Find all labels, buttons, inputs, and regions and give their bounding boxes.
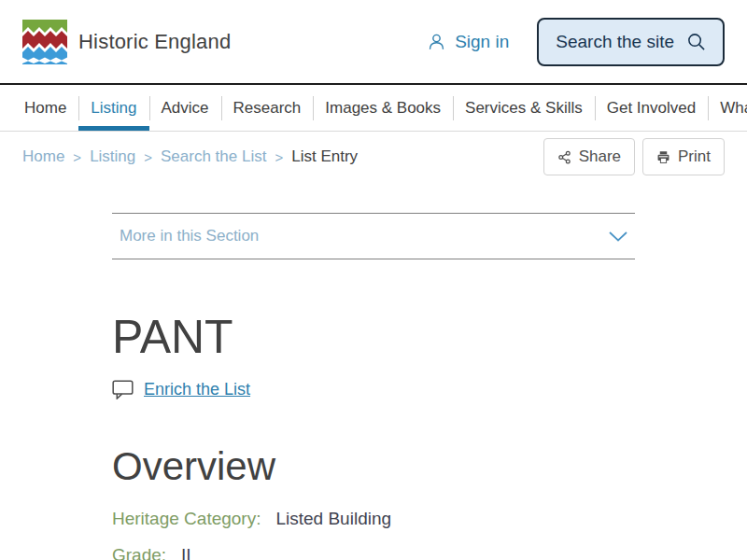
speech-bubble-icon (112, 380, 134, 399)
nav-item-advice[interactable]: Advice (149, 85, 221, 131)
nav-item-whats-new[interactable]: What's New (708, 85, 747, 131)
site-header: Historic England Sign in Search the site (0, 0, 747, 85)
breadcrumb-separator: > (73, 149, 81, 165)
search-site-button[interactable]: Search the site (537, 18, 725, 66)
historic-england-logo[interactable]: Historic England (22, 20, 231, 64)
chevron-down-icon (609, 231, 627, 242)
enrich-the-list-link[interactable]: Enrich the List (144, 380, 250, 399)
logo-flag-icon (22, 20, 67, 64)
page-title: PANT (112, 312, 635, 363)
sign-in-label: Sign in (455, 32, 509, 52)
share-button[interactable]: Share (543, 138, 635, 175)
nav-item-home[interactable]: Home (12, 85, 78, 131)
nav-item-research[interactable]: Research (221, 85, 314, 131)
print-icon (656, 150, 670, 164)
field-value: Listed Building (275, 506, 391, 531)
field-grade: Grade: II (112, 542, 635, 560)
breadcrumb-separator: > (275, 149, 283, 165)
field-value: II (181, 542, 191, 560)
field-label: Heritage Category: (112, 506, 261, 531)
field-heritage-category: Heritage Category: Listed Building (112, 506, 635, 531)
more-in-section-dropdown[interactable]: More in this Section (112, 213, 635, 259)
nav-item-services-skills[interactable]: Services & Skills (453, 85, 595, 131)
share-label: Share (579, 147, 621, 166)
breadcrumb-search-the-list[interactable]: Search the List (161, 147, 266, 166)
overview-heading: Overview (112, 444, 635, 489)
nav-item-get-involved[interactable]: Get Involved (595, 85, 708, 131)
breadcrumb-current: List Entry (291, 147, 358, 166)
overview-fields: Heritage Category: Listed Building Grade… (112, 506, 635, 560)
sign-in-link[interactable]: Sign in (427, 32, 509, 52)
search-icon (686, 32, 706, 51)
nav-item-listing[interactable]: Listing (78, 85, 148, 131)
breadcrumb-listing[interactable]: Listing (90, 147, 135, 166)
search-site-label: Search the site (556, 32, 674, 52)
share-icon (557, 150, 571, 164)
person-icon (427, 32, 446, 51)
main-nav: Home Listing Advice Research Images & Bo… (0, 85, 747, 132)
print-button[interactable]: Print (642, 138, 725, 175)
more-in-section-label: More in this Section (120, 227, 259, 245)
field-label: Grade: (112, 542, 166, 560)
breadcrumb-home[interactable]: Home (22, 147, 64, 166)
print-label: Print (678, 147, 711, 166)
breadcrumb-separator: > (144, 149, 152, 165)
nav-item-images-books[interactable]: Images & Books (313, 85, 453, 131)
breadcrumb: Home > Listing > Search the List > List … (22, 147, 358, 166)
brand-wordmark: Historic England (78, 30, 231, 54)
